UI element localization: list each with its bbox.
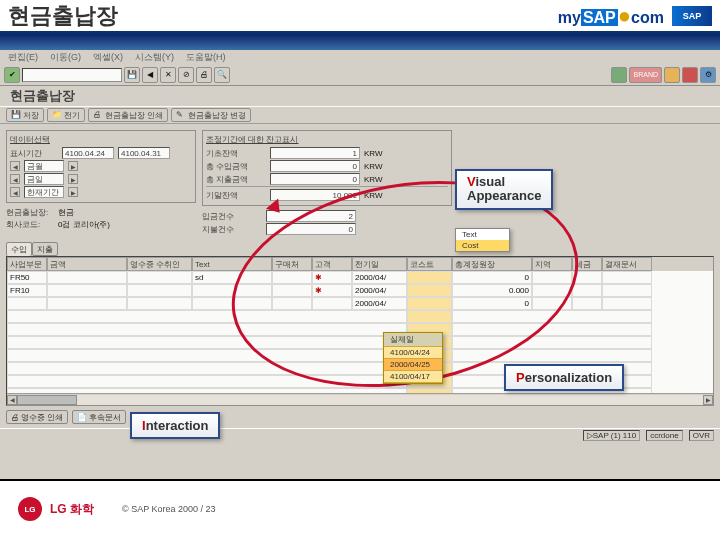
list-item[interactable]: 4100/04/24 [384,347,442,359]
callout-personalization: Personalization [504,364,624,391]
popup-item[interactable]: Cost [456,240,509,251]
find-icon[interactable]: 🔍 [214,67,230,83]
post-button[interactable]: 📁전기 [47,108,85,122]
ovr-cell: OVR [689,430,714,441]
list-item[interactable]: 2000/04/25 [384,359,442,371]
scroll-right-icon[interactable]: ▶ [703,395,713,405]
table-row[interactable]: 2000/04/ 0 [7,297,713,310]
lg-logo-icon: LG [18,497,42,521]
group-title: 조정기간에 대한 잔고표시 [206,134,448,145]
disk-icon: 💾 [11,110,21,120]
save-icon[interactable]: 💾 [124,67,140,83]
exit-icon[interactable]: ✕ [160,67,176,83]
status-amber-icon [664,67,680,83]
company-code-value: 0검 코리아(주) [58,219,110,230]
lg-brand-text: LG 화학 [50,501,94,518]
group-title: 데이터선택 [10,134,192,145]
table-row[interactable] [7,336,713,349]
menu-item[interactable]: 시스템(Y) [135,51,174,64]
doc-icon: 📄 [77,413,87,422]
window-titlebar [0,34,720,50]
tab-income[interactable]: 수입 [6,242,32,256]
scroll-thumb[interactable] [17,395,77,405]
command-field[interactable] [22,68,122,82]
popup-item[interactable]: Text [456,229,509,240]
scroll-left-icon[interactable]: ◀ [7,395,17,405]
date-label: 표시기간 [10,148,58,159]
callout-visual-appearance: Visual Appearance [455,169,553,210]
page-title: 현금출납장 [8,1,118,31]
print-icon: 🖨 [11,413,19,422]
print-icon[interactable]: 🖨 [196,67,212,83]
tab-strip: 수입 지출 [0,242,720,256]
transaction-title: 현금출납장 [0,86,720,106]
prev-icon[interactable]: ◀ [10,174,20,184]
table-row[interactable]: FR50 sd ✱ 2000/04/ 0 [7,271,713,284]
menu-item[interactable]: 편집(E) [8,51,38,64]
next-icon[interactable]: ▶ [68,187,78,197]
callout-interaction: Interaction [130,412,220,439]
date-from-input[interactable]: 4100.04.24 [62,147,114,159]
bottom-toolbar: 🖨영수증 인쇄 📄후속문서 [0,406,720,428]
status-green-icon [611,67,627,83]
period-field[interactable]: 금월 [24,160,64,172]
page-footer: LG LG 화학 © SAP Korea 2000 / 23 [0,479,720,537]
back-icon[interactable]: ◀ [142,67,158,83]
session-cell: ▷ SAP (1) 110 [583,430,640,441]
save-button[interactable]: 💾저장 [6,108,44,122]
page-header: 현금출납장 mySAP●com SAP [0,0,720,34]
prev-icon[interactable]: ◀ [10,187,20,197]
cash-journal-label: 현금출납장: [6,207,54,218]
table-row[interactable] [7,310,713,323]
folder-icon: 📁 [52,110,62,120]
brand-logos: mySAP●com SAP [558,3,712,29]
brand-badge: BRAND [629,67,662,83]
status-bar: ▷ SAP (1) 110 ccrdone OVR [0,428,720,442]
period-field[interactable]: 한재기간 [24,186,64,198]
enter-button[interactable]: ✔ [4,67,20,83]
date-range-row: 표시기간 4100.04.24 4100.04.31 [10,147,192,159]
print-icon: 🖨 [93,110,103,120]
server-cell: ccrdone [646,430,682,441]
data-selection-group: 데이터선택 표시기간 4100.04.24 4100.04.31 ◀금월▶ ◀금… [6,130,196,203]
company-code-label: 회사코드: [6,219,54,230]
system-toolbar: ✔ 💾 ◀ ✕ ⊘ 🖨 🔍 BRAND ⚙ [0,64,720,86]
change-cash-button[interactable]: ✎현금출납장 변경 [171,108,251,122]
menu-item[interactable]: 도움말(H) [186,51,226,64]
next-icon[interactable]: ▶ [68,161,78,171]
table-row[interactable] [7,323,713,336]
horizontal-scrollbar[interactable]: ◀ ▶ [7,393,713,405]
sap-gui-window: 편집(E) 이동(G) 엑셀(X) 시스템(Y) 도움말(H) ✔ 💾 ◀ ✕ … [0,34,720,479]
copyright-text: © SAP Korea 2000 / 23 [122,504,216,514]
prev-icon[interactable]: ◀ [10,161,20,171]
grid-header: 사업부문 금액 영수증 수취인 Text 구매처 고객 전기일 코스트 총계정원… [7,257,713,271]
table-row[interactable] [7,349,713,362]
context-popup[interactable]: Text Cost [455,228,510,252]
print-cash-button[interactable]: 🖨현금출납장 인쇄 [88,108,168,122]
application-toolbar: 💾저장 📁전기 🖨현금출납장 인쇄 ✎현금출납장 변경 [0,106,720,124]
table-row[interactable]: FR10 ✱ 2000/04/ 0.000 [7,284,713,297]
edit-icon: ✎ [176,110,186,120]
dropdown-header: 실제일 [384,333,442,347]
next-icon[interactable]: ▶ [68,174,78,184]
balance-group: 조정기간에 대한 잔고표시 기초잔액1KRW 총 수입금액0KRW 총 지출금액… [202,130,452,206]
menu-item[interactable]: 엑셀(X) [93,51,123,64]
sap-box-logo: SAP [672,6,712,26]
mysap-logo: mySAP●com [558,3,664,29]
list-item[interactable]: 4100/04/17 [384,371,442,383]
main-panel: 데이터선택 표시기간 4100.04.24 4100.04.31 ◀금월▶ ◀금… [0,124,720,242]
menu-item[interactable]: 이동(G) [50,51,81,64]
cash-journal-value: 현금 [58,207,74,218]
date-dropdown[interactable]: 실제일 4100/04/24 2000/04/25 4100/04/17 [383,332,443,384]
config-icon[interactable]: ⚙ [700,67,716,83]
print-receipt-button[interactable]: 🖨영수증 인쇄 [6,410,68,424]
tab-expense[interactable]: 지출 [32,242,58,256]
date-to-input[interactable]: 4100.04.31 [118,147,170,159]
menubar[interactable]: 편집(E) 이동(G) 엑셀(X) 시스템(Y) 도움말(H) [0,50,720,64]
cancel-icon[interactable]: ⊘ [178,67,194,83]
status-red-icon [682,67,698,83]
period-field[interactable]: 금일 [24,173,64,185]
followup-button[interactable]: 📄후속문서 [72,410,126,424]
